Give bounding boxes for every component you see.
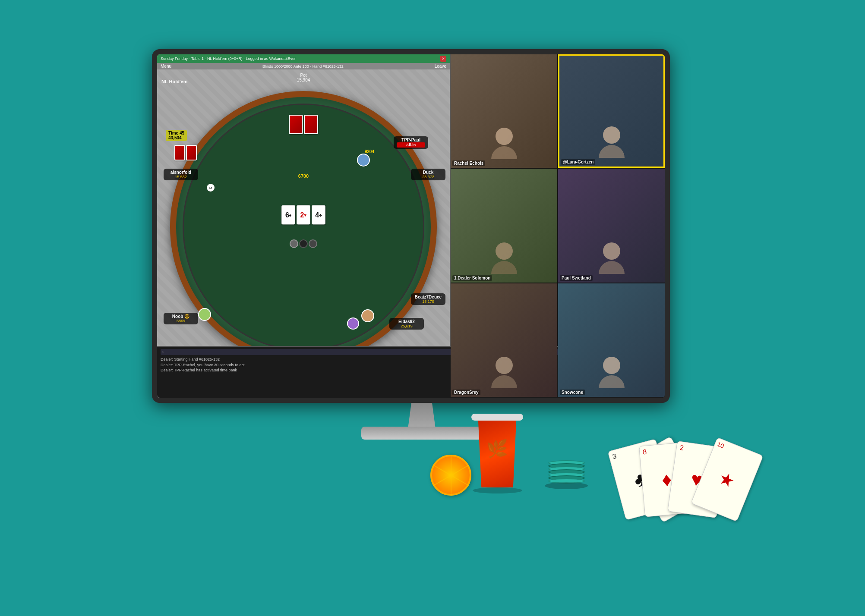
all-in-badge: All-in [397,142,425,148]
card-suit-star: ★ [716,467,738,491]
player-chips-noob: 6869 [167,319,195,323]
timer-box: Time 45 43,534 [166,130,187,141]
video-cell-solomon: 1.Dealer Solomon [451,169,557,282]
video-cell-snowcone: Snowcone [558,283,665,397]
poker-panel: Sunday Funday - Table 1 - NL Hold'em (0+… [157,54,451,398]
card-rank-8: 8 [643,448,647,456]
video-cell-lara: @Lara-Gertzen [558,54,665,168]
scene: Sunday Funday - Table 1 - NL Hold'em (0+… [130,49,735,567]
solomon-silhouette [491,242,517,274]
video-name-solomon: 1.Dealer Solomon [452,275,492,281]
center-pot: 6700 [298,173,309,179]
video-cell-paul: Paul Swetland [558,169,665,282]
community-cards: 6♠ 2♥ 4♣ [281,205,325,225]
cards-fan-container: A ♠ 3 ♣ 8 ♦ 2 ♥ 10 ★ [588,394,761,515]
player-beatz: Beatz7Deuce 18,170 [411,293,445,305]
leave-label[interactable]: Leave [435,64,446,69]
player-eidas: Eidas92 25,619 [389,318,424,330]
monitor-screen: Sunday Funday - Table 1 - NL Hold'em (0+… [152,49,670,403]
pot-label: Pot [297,73,310,78]
pot-info: Pot 15,904 [297,73,310,82]
player-noob: Noob 😎 6869 [164,313,198,324]
card-2: 2♥ [297,205,310,225]
player-chips-beatz: 18,170 [414,299,442,304]
avatar-beatz [361,309,374,322]
lara-silhouette [599,126,625,158]
avatar-eidas [347,317,359,330]
cup-rim [471,414,523,421]
menu-label[interactable]: Menu [161,64,171,69]
leaf-icon: 🌿 [486,439,508,459]
hole-cards-left [174,145,197,160]
cup-shadow [473,487,522,493]
dragon-silhouette [491,357,517,388]
poker-table-inner: 6700 6♠ 2♥ 4♣ [183,104,424,351]
video-name-snowcone: Snowcone [560,390,585,395]
video-cell-dragon: DragonSrey [451,283,557,397]
cup-body: 🌿 [475,421,520,487]
cup-decoration: 🌿 [481,429,514,468]
dealer-chip: D [207,184,215,192]
chat-info-icon: ℹ [162,350,164,354]
pot-amount: 15,904 [297,78,310,82]
player-tpp-paul: TPP-Paul All-in [394,136,428,149]
player-chips-duck: 23,372 [414,175,442,179]
rachel-silhouette [491,128,517,159]
card-3: 4♣ [312,205,325,225]
player-name-tpp-paul: TPP-Paul [397,138,425,142]
blinds-info: Blinds 1000/2000 Ante 100 - Hand #61025-… [262,64,344,69]
orange-body [430,455,471,496]
player-name-duck: Duck [414,170,442,175]
poker-close-button[interactable]: ✕ [440,56,446,62]
player-alsnorfold: alsnorfold 15,532 [164,169,198,180]
player-name-noob: Noob 😎 [167,314,195,319]
avatar-paul [357,154,370,167]
player-name-alsnorfold: alsnorfold [167,170,195,175]
screen-inner: Sunday Funday - Table 1 - NL Hold'em (0+… [157,54,665,398]
timer-value: Time 45 [168,131,184,135]
card-rank-10: 10 [716,440,725,449]
player-name-beatz: Beatz7Deuce [414,295,442,299]
paul-silhouette [599,242,625,274]
poker-titlebar: Sunday Funday - Table 1 - NL Hold'em (0+… [157,54,450,63]
video-name-dragon: DragonSrey [452,390,480,395]
poker-title: Sunday Funday - Table 1 - NL Hold'em (0+… [161,57,296,61]
card-rank-3: 3 [612,452,617,461]
monitor-neck [404,403,439,429]
drink-cup: 🌿 [471,414,523,493]
video-name-paul: Paul Swetland [560,275,593,281]
monitor-base [361,427,482,440]
player-name-eidas: Eidas92 [392,319,421,324]
player-duck: Duck 23,372 [411,169,445,180]
chip-shadow [545,482,588,489]
player-chips-eidas: 25,619 [392,324,421,328]
video-name-lara: @Lara-Gertzen [561,159,595,165]
player-chips-alsnorfold: 15,532 [167,175,195,179]
poker-menubar: Menu Blinds 1000/2000 Ante 100 - Hand #6… [157,63,450,69]
card-rank-2: 2 [679,444,684,452]
avatar-noob [198,308,211,321]
chips-visual [290,239,317,248]
chips-stack-container [545,460,588,489]
video-name-rachel: Rachel Echols [452,160,485,166]
snowcone-silhouette [599,357,625,388]
hole-cards-top [289,115,318,134]
card-1: 6♠ [281,205,295,225]
timer-chips: 43,534 [168,135,184,140]
game-type-label: NL Hold'em [161,79,187,84]
orange-slice [430,455,471,496]
side-amount: 9204 [365,149,374,154]
video-cell-rachel: Rachel Echols [451,54,557,168]
